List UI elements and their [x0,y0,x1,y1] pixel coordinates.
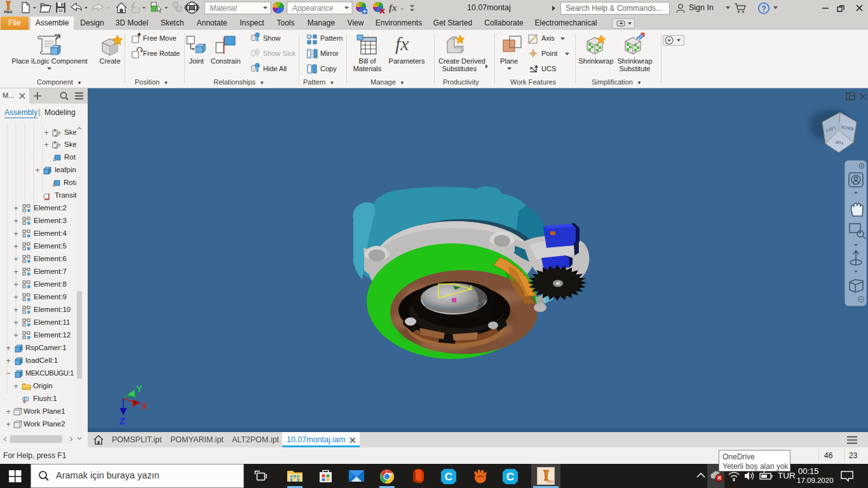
svg-text:fx: fx [395,33,409,54]
svg-text:C: C [506,471,514,483]
svg-text:Z: Z [119,416,125,426]
svg-text:PRO: PRO [4,10,12,14]
svg-text:X: X [141,400,147,411]
svg-text:C: C [445,471,452,483]
svg-text:Material: Material [210,4,237,13]
svg-text:Appearance: Appearance [292,4,334,13]
svg-text:Y: Y [136,383,142,394]
svg-text:fx: fx [389,3,397,13]
svg-text:PRO: PRO [547,480,553,484]
svg-text:?: ? [761,4,766,13]
